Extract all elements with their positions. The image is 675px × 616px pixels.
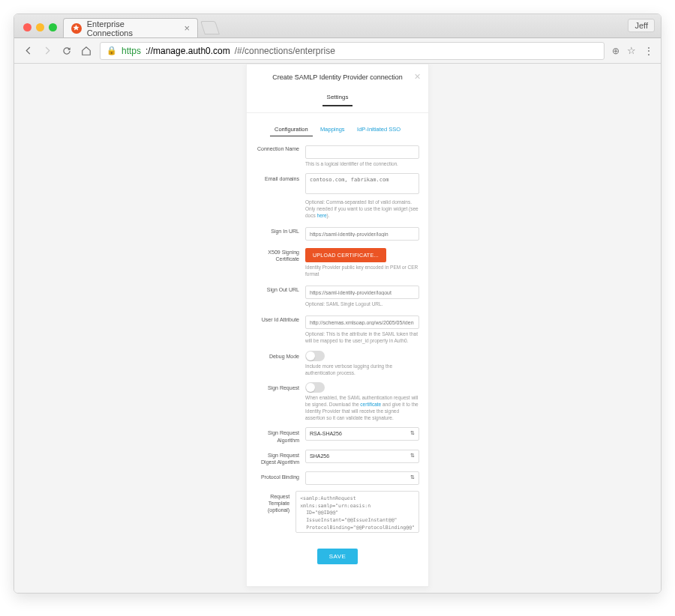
label-userid-attr: User Id Attribute [256,314,299,345]
back-icon[interactable] [22,45,34,57]
forward-icon [41,45,53,57]
address-bar: 🔒 https://manage.auth0.com/#/connections… [14,38,661,64]
help-debug: Include more verbose logging during the … [305,363,419,377]
omnibox-actions: ⊕ ☆ ⋮ [612,45,653,57]
email-domains-input[interactable] [305,173,419,194]
profile-badge[interactable]: Jeff [628,19,655,32]
modal-title: Create SAMLP Identity Provider connectio… [254,73,421,81]
label-connection-name: Connection Name [256,143,299,167]
home-icon[interactable] [80,45,92,57]
label-sign-request: Sign Request [256,382,299,421]
help-userid: Optional: This is the attribute in the S… [305,331,419,345]
upload-certificate-button[interactable]: UPLOAD CERTIFICATE... [305,248,386,262]
close-window-icon[interactable] [23,23,32,31]
tab-idp-initiated[interactable]: IdP-Initiated SSO [352,126,405,133]
debug-mode-toggle[interactable] [305,351,325,361]
label-request-template: Request Template (optional) [256,491,290,533]
maximize-window-icon[interactable] [49,23,57,31]
auth0-favicon-icon [71,23,82,34]
inner-tabs: Configuration Mappings IdP-Initiated SSO [247,113,428,140]
label-sign-algo: Sign Request Algorithm [256,427,299,443]
url-host: ://manage.auth0.com [146,46,230,56]
label-x509: X509 Signing Certificate [256,247,299,278]
connection-form: Connection Name This is a logical identi… [247,140,428,579]
lock-icon: 🔒 [106,46,117,55]
label-debug-mode: Debug Mode [256,351,299,377]
certificate-link[interactable]: certificate [360,402,381,407]
save-button[interactable]: SAVE [317,549,358,564]
modal-subtabs: Settings [247,85,428,113]
tab-settings[interactable]: Settings [322,94,353,106]
url-scheme: https [122,46,141,56]
browser-tab[interactable]: Enterprise Connections × [63,18,198,37]
browser-window: Enterprise Connections × Jeff 🔒 https://… [14,13,662,594]
label-signin-url: Sign In URL [256,226,299,241]
modal-header: Create SAMLP Identity Provider connectio… [247,64,428,85]
url-path: /#/connections/enterprise [235,46,335,56]
label-protocol-binding: Protocol Binding [256,471,299,485]
request-template-input[interactable]: <samlp:AuthnRequest xmlns:samlp="urn:oas… [296,491,419,533]
label-signout-url: Sign Out URL [256,284,299,308]
help-signout: Optional: SAML Single Logout URL. [305,301,419,308]
help-email-domains: Optional: Comma-separated list of valid … [305,199,419,219]
url-field[interactable]: 🔒 https://manage.auth0.com/#/connections… [100,42,604,60]
signout-url-input[interactable] [305,286,419,299]
window-controls [20,17,63,37]
minimize-window-icon[interactable] [36,23,44,31]
signin-url-input[interactable] [305,227,419,241]
label-email-domains: Email domains [256,173,299,219]
digest-algorithm-select[interactable]: SHA256 [305,450,419,463]
label-digest-algo: Sign Request Digest Algorithm [256,450,299,465]
protocol-binding-select[interactable] [305,471,419,485]
zoom-icon[interactable]: ⊕ [612,46,620,56]
help-sign-request: When enabled, the SAML authentication re… [305,395,419,421]
close-modal-icon[interactable]: ✕ [414,72,421,82]
tab-configuration[interactable]: Configuration [270,126,313,136]
docs-link[interactable]: here [317,213,327,218]
help-connection-name: This is a logical identifier of the conn… [305,161,419,168]
tab-strip: Enterprise Connections × Jeff [14,14,661,38]
sign-algorithm-select[interactable]: RSA-SHA256 [305,427,419,441]
tab-mappings[interactable]: Mappings [316,126,350,133]
connection-name-input[interactable] [305,145,419,159]
menu-icon[interactable]: ⋮ [644,45,653,57]
new-tab-button[interactable] [200,21,220,34]
help-x509: Identity Provider public key encoded in … [305,265,419,278]
close-tab-icon[interactable]: × [184,23,190,33]
sign-request-toggle[interactable] [305,382,325,393]
tab-title: Enterprise Connections [87,19,172,37]
page-viewport: Create SAMLP Identity Provider connectio… [14,64,661,593]
create-connection-modal: Create SAMLP Identity Provider connectio… [246,64,429,587]
bookmark-icon[interactable]: ☆ [627,45,636,56]
reload-icon[interactable] [61,45,73,57]
userid-attr-input[interactable] [305,315,419,329]
